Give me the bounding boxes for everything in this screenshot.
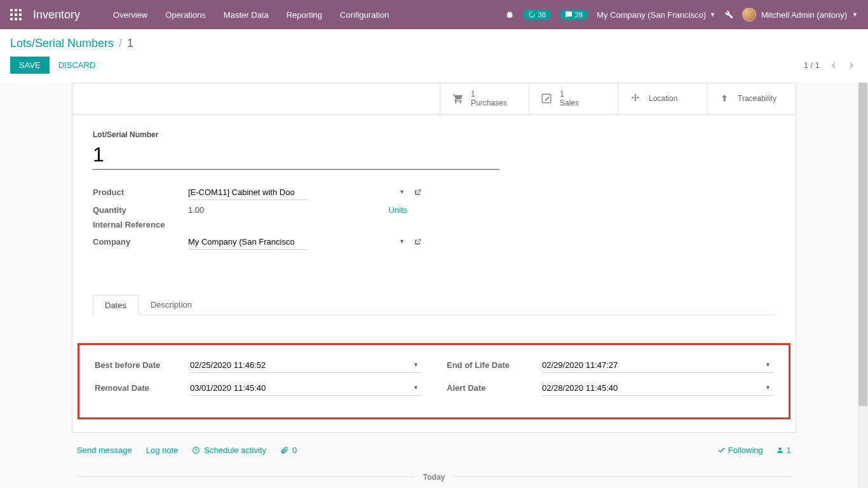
pager-next[interactable]	[846, 58, 858, 72]
chatter: Send message Log note Schedule activity …	[72, 433, 796, 488]
dates-panel: Best before Date ▼ End of Life Date ▼ Re…	[78, 343, 790, 419]
menu-overview[interactable]: Overview	[105, 5, 155, 25]
today-separator: Today	[414, 473, 454, 482]
pager-prev[interactable]	[827, 58, 839, 72]
pencil-square-icon	[541, 93, 553, 104]
navbar-menu: Overview Operations Master Data Reportin…	[105, 5, 397, 25]
menu-operations[interactable]: Operations	[158, 5, 214, 25]
eol-label: End of Life Date	[447, 360, 542, 370]
user-menu[interactable]: Mitchell Admin (antony) ▼	[742, 8, 858, 22]
arrow-up-icon	[719, 93, 731, 104]
removal-input[interactable]	[190, 381, 421, 396]
pager: 1 / 1	[804, 58, 858, 72]
breadcrumb-parent[interactable]: Lots/Serial Numbers	[10, 37, 114, 50]
breadcrumb: Lots/Serial Numbers / 1	[10, 37, 858, 50]
stat-location[interactable]: Location	[618, 83, 707, 114]
eol-input[interactable]	[542, 358, 773, 373]
company-switcher[interactable]: My Company (San Francisco) ▼	[597, 10, 715, 20]
alert-input[interactable]	[542, 381, 773, 396]
dropdown-icon: ▼	[399, 238, 405, 245]
notifications-badge[interactable]: 38	[523, 10, 551, 20]
stat-traceability[interactable]: Traceability	[707, 83, 796, 114]
send-message-button[interactable]: Send message	[77, 445, 132, 455]
alert-label: Alert Date	[447, 383, 542, 393]
quantity-label: Quantity	[93, 205, 188, 215]
app-brand[interactable]: Inventory	[33, 8, 80, 22]
stat-sales[interactable]: 1 Sales	[529, 83, 618, 114]
caret-down-icon: ▼	[710, 11, 715, 18]
stat-purchases[interactable]: 1 Purchases	[440, 83, 529, 114]
quantity-unit-link[interactable]: Units	[388, 205, 407, 215]
tab-description[interactable]: Description	[139, 294, 204, 315]
notifications-count: 38	[538, 11, 546, 18]
arrows-icon	[630, 93, 642, 104]
product-label: Product	[93, 187, 188, 197]
scrollbar[interactable]	[858, 83, 868, 488]
discard-button[interactable]: Discard	[50, 57, 105, 74]
breadcrumb-current: 1	[127, 37, 133, 50]
removal-label: Removal Date	[95, 383, 190, 393]
company-input[interactable]	[188, 234, 308, 250]
lot-name-input[interactable]	[93, 140, 499, 170]
menu-configuration[interactable]: Configuration	[332, 5, 397, 25]
title-label: Lot/Serial Number	[93, 130, 775, 139]
breadcrumb-sep: /	[119, 37, 122, 50]
cart-icon	[452, 93, 465, 104]
menu-master-data[interactable]: Master Data	[216, 5, 276, 25]
followers-button[interactable]: 1	[776, 445, 791, 455]
developer-tools-icon[interactable]	[724, 10, 733, 19]
avatar	[742, 8, 756, 22]
menu-reporting[interactable]: Reporting	[279, 5, 330, 25]
product-input[interactable]	[188, 185, 308, 200]
company-external-link[interactable]	[414, 238, 421, 246]
debug-icon[interactable]	[505, 10, 514, 19]
following-indicator[interactable]: Following	[717, 445, 763, 455]
form-sheet: 1 Purchases 1 Sales Location	[72, 83, 796, 433]
messages-badge[interactable]: 28	[560, 10, 588, 20]
dropdown-icon: ▼	[399, 189, 405, 195]
schedule-activity-button[interactable]: Schedule activity	[192, 445, 266, 455]
best-before-input[interactable]	[190, 358, 421, 373]
pager-text: 1 / 1	[804, 60, 820, 70]
quantity-value: 1.00	[188, 205, 204, 215]
save-button[interactable]: Save	[10, 57, 50, 74]
attachments-button[interactable]: 0	[280, 445, 297, 455]
apps-icon[interactable]	[10, 9, 22, 20]
product-external-link[interactable]	[414, 189, 421, 196]
main-navbar: Inventory Overview Operations Master Dat…	[0, 0, 868, 29]
company-label: Company	[93, 237, 188, 247]
log-note-button[interactable]: Log note	[146, 445, 179, 455]
tab-dates[interactable]: Dates	[93, 295, 139, 315]
messages-count: 28	[575, 11, 583, 18]
best-before-label: Best before Date	[95, 360, 190, 370]
intref-label: Internal Reference	[93, 220, 188, 229]
caret-down-icon: ▼	[852, 11, 858, 18]
